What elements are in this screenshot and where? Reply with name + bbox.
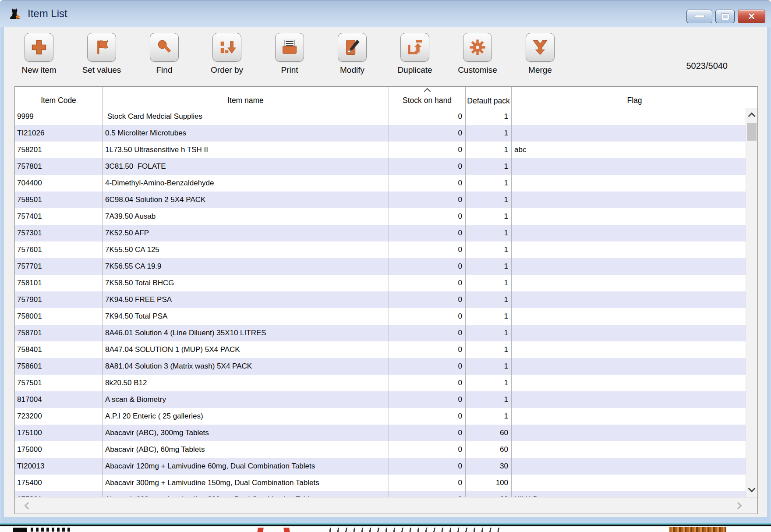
table-row[interactable]: 7584018A47.04 SOLUTION 1 (MUP) 5X4 PACK0… (15, 341, 746, 358)
column-header-label: Stock on hand (403, 96, 452, 105)
cell-flag (512, 208, 746, 225)
cell-flag (512, 358, 746, 375)
scroll-left-icon[interactable] (25, 502, 32, 510)
cell-item-name: Abacavir 300mg + Lamivudine 150mg, Dual … (103, 475, 389, 491)
vertical-scroll-thumb[interactable] (747, 123, 757, 141)
maximize-icon (721, 14, 729, 20)
cell-flag (512, 308, 746, 325)
cell-default-pack: 1 (466, 208, 512, 225)
minimize-icon (695, 15, 704, 18)
duplicate-button[interactable] (400, 33, 429, 62)
table-row[interactable]: 7587018A46.01 Solution 4 (Line Diluent) … (15, 325, 746, 341)
close-button[interactable]: ✕ (738, 10, 765, 23)
cell-flag (512, 108, 746, 125)
column-header-stock-on-hand[interactable]: Stock on hand (389, 87, 466, 108)
table-row[interactable]: 723200A.P.I 20 Enteric ( 25 galleries)01 (15, 408, 746, 425)
table-row[interactable]: 817004A scan & Biometry01 (15, 391, 746, 408)
column-header-default-pack[interactable]: Default pack (466, 87, 512, 108)
table-row[interactable]: 7573017K52.50 AFP01 (15, 225, 746, 241)
cell-stock-on-hand: 0 (389, 358, 466, 375)
cell-item-code: 757901 (15, 291, 103, 308)
cell-stock-on-hand: 0 (389, 291, 466, 308)
scroll-up-icon[interactable] (748, 113, 756, 120)
new-item-button[interactable] (25, 33, 53, 62)
table-row[interactable]: 7578013C81.50 FOLATE01 (15, 158, 746, 175)
cell-stock-on-hand: 0 (389, 175, 466, 192)
toolbar-button-label: Duplicate (397, 65, 432, 75)
table-row[interactable]: 175400Abacavir 300mg + Lamivudine 150mg,… (15, 475, 746, 491)
cell-stock-on-hand: 0 (389, 441, 466, 458)
table-row[interactable]: 7586018A81.04 Solution 3 (Matrix wash) 5… (15, 358, 746, 375)
cell-item-code: TI20013 (15, 458, 103, 475)
duplicate-icon (405, 38, 424, 57)
toolbar-button-label: Customise (458, 65, 497, 75)
horizontal-scrollbar[interactable] (15, 497, 757, 514)
cell-flag (512, 125, 746, 142)
merge-button[interactable] (526, 33, 555, 62)
table-row[interactable]: 7576017K55.50 CA 12501 (15, 241, 746, 258)
titlebar[interactable]: Item List ✕ (0, 0, 771, 27)
cell-stock-on-hand: 0 (389, 158, 466, 175)
cell-item-code: 757801 (15, 158, 103, 175)
table-body: 9999 Stock Card Medcial Supplies01TI2102… (15, 108, 746, 497)
cell-default-pack: 1 (466, 125, 512, 142)
scroll-right-icon[interactable] (735, 502, 742, 510)
find-button[interactable] (150, 33, 179, 62)
cell-stock-on-hand: 0 (389, 425, 466, 441)
cell-default-pack: 1 (466, 275, 512, 291)
table-row[interactable]: 7581017K58.50 Total BHCG01 (15, 275, 746, 291)
minimize-button[interactable] (686, 10, 712, 23)
cell-flag (512, 441, 746, 458)
table-row[interactable]: 7044004-Dimethyl-Amino-Benzaldehyde01 (15, 175, 746, 192)
cell-flag (512, 325, 746, 341)
customise-button[interactable] (463, 33, 492, 62)
window-content: New itemSet valuesFindOrder byPrintModif… (4, 27, 767, 517)
print-button[interactable] (275, 33, 304, 62)
cell-item-code: 175100 (15, 425, 103, 441)
merge-icon (531, 38, 550, 57)
cell-flag (512, 225, 746, 241)
cell-stock-on-hand: 0 (389, 391, 466, 408)
cell-item-name: 8A47.04 SOLUTION 1 (MUP) 5X4 PACK (103, 341, 389, 358)
scroll-down-icon[interactable] (748, 485, 756, 493)
cell-stock-on-hand: 0 (389, 241, 466, 258)
column-header-label: Item Code (41, 96, 76, 105)
table-row[interactable]: 175201Abacavir 600mg + Lamivudine 300mg,… (15, 491, 746, 497)
maximize-button[interactable] (715, 10, 735, 23)
cell-default-pack: 1 (466, 291, 512, 308)
table-row[interactable]: 175100Abacavir (ABC), 300mg Tablets060 (15, 425, 746, 441)
modify-button[interactable] (338, 33, 367, 62)
table-row[interactable]: 7577017K56.55 CA 19.901 (15, 258, 746, 275)
column-header-item-code[interactable]: Item Code (15, 87, 103, 108)
plus-icon (29, 38, 49, 57)
column-header-item-name[interactable]: Item name (103, 87, 389, 108)
cell-flag (512, 192, 746, 208)
table-row[interactable]: 7575018k20.50 B1201 (15, 375, 746, 391)
cell-item-name: Stock Card Medcial Supplies (103, 108, 389, 125)
table-row[interactable]: 175000Abacavir (ABC), 60mg Tablets060 (15, 441, 746, 458)
set-values-button[interactable] (87, 33, 116, 62)
table-row[interactable]: TI20013Abacavir 120mg + Lamivudine 60mg,… (15, 458, 746, 475)
table-row[interactable]: 7585016C98.04 Solution 2 5X4 PACK01 (15, 192, 746, 208)
cell-item-name: 0.5 Microliter Microtubes (103, 125, 389, 142)
cell-flag (512, 241, 746, 258)
cell-flag (512, 175, 746, 192)
table-row[interactable]: 7580017K94.50 Total PSA01 (15, 308, 746, 325)
search-icon (155, 38, 174, 57)
table-row[interactable]: TI210260.5 Microliter Microtubes01 (15, 125, 746, 142)
order-by-button[interactable] (212, 33, 241, 62)
desktop-image-fragment (669, 527, 726, 532)
table-row[interactable]: 7574017A39.50 Ausab01 (15, 208, 746, 225)
desktop-scribble-fragment (323, 528, 503, 532)
cell-flag (512, 475, 746, 491)
cell-stock-on-hand: 0 (389, 308, 466, 325)
column-header-flag[interactable]: Flag (512, 87, 757, 108)
table-row[interactable]: 7582011L73.50 Ultrasensitive h TSH II01a… (15, 142, 746, 158)
cell-flag (512, 158, 746, 175)
cell-item-code: 757301 (15, 225, 103, 241)
item-list-window: Item List ✕ New itemSet valuesFindOrder … (0, 0, 771, 525)
column-header-label: Item name (227, 96, 264, 105)
table-row[interactable]: 7579017K94.50 FREE PSA01 (15, 291, 746, 308)
vertical-scrollbar[interactable] (746, 108, 757, 497)
table-row[interactable]: 9999 Stock Card Medcial Supplies01 (15, 108, 746, 125)
